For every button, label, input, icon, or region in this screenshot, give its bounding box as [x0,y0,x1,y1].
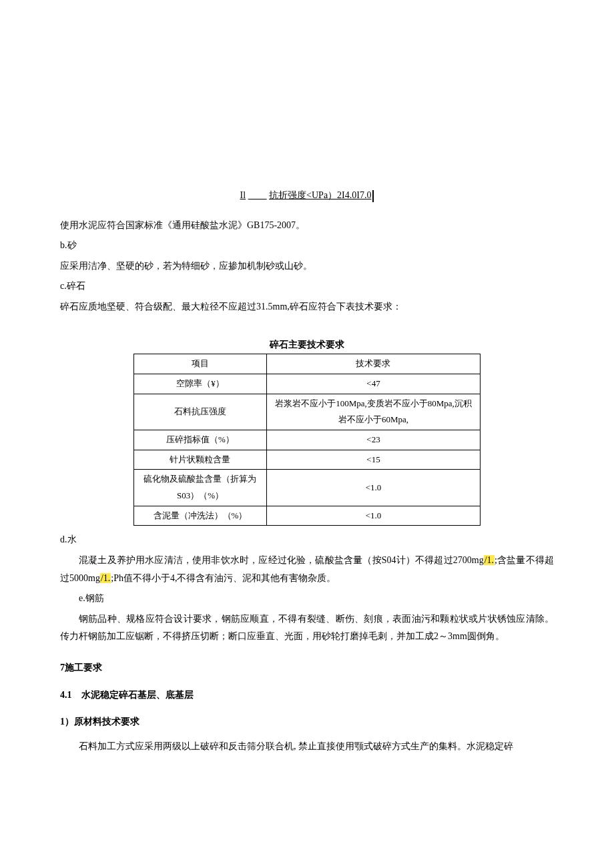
table-cell: <15 [266,450,480,470]
para-rebar: 钢筋品种、规格应符合设计要求，钢筋应顺直，不得有裂缝、断伤、刻痕，表面油污和颗粒… [60,610,554,646]
table-row: 项目 技术要求 [134,354,481,374]
para-cement: 使用水泥应符合国家标准《通用硅酸盐水泥》GB175-2007。 [60,217,554,235]
table-cell: <1.0 [266,470,480,506]
water-text-1: 混凝土及养护用水应清洁，使用非饮水时，应经过化验，硫酸盐含量（按S04计）不得超… [79,555,484,565]
label-c-stone: c.碎石 [60,278,554,296]
top-left: Il [240,190,246,200]
water-text-3: ;Ph值不得小于4,不得含有油污、泥和其他有害物杂质。 [111,573,336,583]
table-cell: 岩浆岩不应小于100Mpa,变质岩不应小于80Mpa,沉积岩不应小于60Mpa, [266,394,480,430]
top-underlined-line: Il 抗折强度<UPa）2I4.0I7.0 [60,187,554,205]
table-cell: <47 [266,374,480,394]
table-cell: 针片状颗粒含量 [134,450,267,470]
cursor-mark [372,190,374,202]
table-header: 技术要求 [266,354,480,374]
highlight-2: /1. [100,573,111,583]
table-cell: <23 [266,430,480,450]
stone-requirements-table: 项目 技术要求 空隙率（¥） <47 石料抗压强度 岩浆岩不应小于100Mpa,… [133,354,481,526]
table-title: 碎石主要技术要求 [60,336,554,354]
table-cell: 空隙率（¥） [134,374,267,394]
highlight-1: /1. [484,555,495,565]
table-cell: 压碎指标值（%） [134,430,267,450]
table-row: 压碎指标值（%） <23 [134,430,481,450]
para-stone-intro: 碎石应质地坚硬、符合级配、最大粒径不应超过31.5mm,碎石应符合下表技术要求： [60,298,554,316]
table-cell: 含泥量（冲洗法）（%） [134,506,267,526]
table-cell: 硫化物及硫酸盐含量（折算为S03）（%） [134,470,267,506]
table-row: 含泥量（冲洗法）（%） <1.0 [134,506,481,526]
label-b-sand: b.砂 [60,237,554,255]
table-row: 硫化物及硫酸盐含量（折算为S03）（%） <1.0 [134,470,481,506]
table-row: 石料抗压强度 岩浆岩不应小于100Mpa,变质岩不应小于80Mpa,沉积岩不应小… [134,394,481,430]
para-water: 混凝土及养护用水应清洁，使用非饮水时，应经过化验，硫酸盐含量（按S04计）不得超… [60,552,554,587]
table-row: 针片状颗粒含量 <15 [134,450,481,470]
heading-4-1: 4.1 水泥稳定碎石基层、底基层 [60,687,554,705]
table-header: 项目 [134,354,267,374]
table-cell: 石料抗压强度 [134,394,267,430]
label-d-water: d.水 [60,531,554,549]
table-row: 空隙率（¥） <47 [134,374,481,394]
heading-7: 7施工要求 [60,659,554,677]
para-sand: 应采用洁净、坚硬的砂，若为特细砂，应掺加机制砂或山砂。 [60,258,554,276]
label-e-rebar: e.钢筋 [60,590,554,608]
para-raw-materials: 石料加工方式应采用两级以上破碎和反击筛分联合机, 禁止直接使用颚式破碎方式生产的… [60,738,554,756]
heading-raw-materials: 1）原材料技术要求 [60,713,554,731]
table-cell: <1.0 [266,506,480,526]
top-right: 抗折强度<UPa）2I4.0I7.0 [269,190,371,200]
